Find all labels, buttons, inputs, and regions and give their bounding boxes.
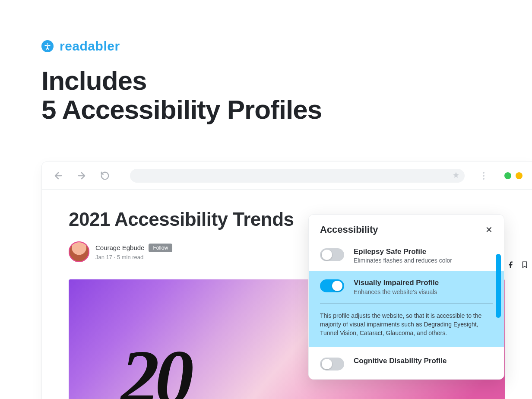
- hero-text: 20: [120, 332, 190, 399]
- window-dot-yellow: [516, 172, 522, 179]
- profile-epilepsy[interactable]: Epilepsy Safe Profile Eliminates flashes…: [309, 240, 504, 271]
- address-bar[interactable]: [130, 169, 465, 183]
- forward-button[interactable]: [75, 169, 89, 183]
- brand-lockup: readabler: [41, 39, 532, 54]
- page-title: Includes 5 Accessibility Profiles: [41, 66, 532, 124]
- back-button[interactable]: [51, 169, 65, 183]
- reload-button[interactable]: [98, 169, 112, 183]
- star-icon[interactable]: [453, 171, 459, 180]
- browser-menu-icon[interactable]: [478, 171, 489, 181]
- page-side-actions: [507, 261, 529, 270]
- bookmark-icon[interactable]: [521, 261, 529, 270]
- avatar[interactable]: [69, 241, 89, 262]
- panel-title: Accessibility: [320, 224, 378, 235]
- toggle-epilepsy[interactable]: [320, 248, 344, 261]
- toggle-cognitive[interactable]: [320, 358, 344, 370]
- profile-desc: Enhances the website's visuals: [354, 288, 439, 295]
- article-dateline: Jan 17 · 5 min read: [95, 254, 172, 260]
- toggle-visually-impaired[interactable]: [320, 279, 344, 292]
- profile-name: Cognitive Disability Profile: [354, 357, 446, 365]
- window-controls: [504, 172, 522, 179]
- accessibility-icon: [41, 40, 54, 52]
- profile-name: Epilepsy Safe Profile: [354, 247, 452, 256]
- scroll-indicator[interactable]: [496, 254, 501, 318]
- facebook-icon[interactable]: [507, 261, 515, 270]
- window-dot-green: [504, 172, 511, 179]
- brand-name: readabler: [60, 39, 120, 54]
- author-name[interactable]: Courage Egbude: [95, 244, 144, 251]
- accessibility-panel: Accessibility ✕ Epilepsy Safe Profile El…: [308, 214, 504, 380]
- close-icon[interactable]: ✕: [485, 225, 493, 235]
- follow-button[interactable]: Follow: [149, 244, 172, 252]
- browser-toolbar: [42, 162, 532, 190]
- profile-name: Visually Impaired Profile: [354, 279, 439, 287]
- svg-point-0: [47, 43, 48, 44]
- profile-desc: Eliminates flashes and reduces color: [354, 257, 452, 264]
- profile-cognitive[interactable]: Cognitive Disability Profile: [309, 347, 504, 379]
- profile-visually-impaired[interactable]: Visually Impaired Profile Enhances the w…: [309, 271, 504, 347]
- profile-detail: This profile adjusts the website, so tha…: [320, 303, 493, 338]
